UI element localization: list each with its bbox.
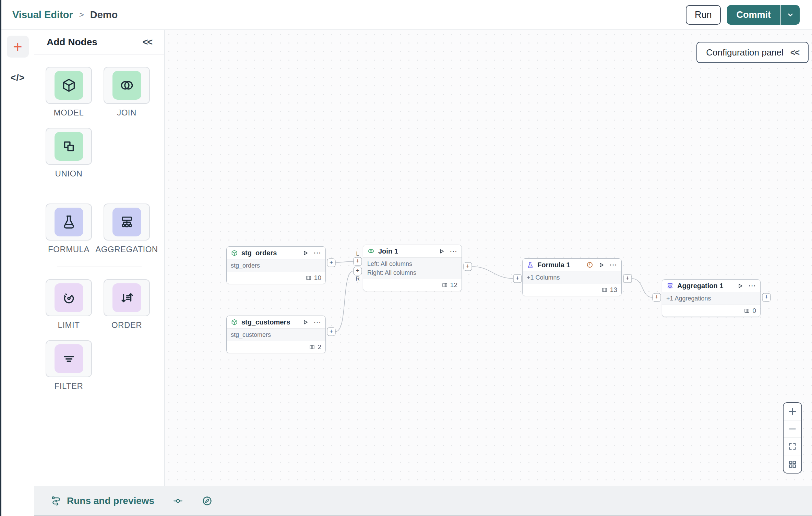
warning-icon bbox=[586, 261, 593, 268]
zoom-out-button[interactable] bbox=[784, 420, 801, 438]
join-left-config: Left: All columns bbox=[367, 259, 457, 268]
node-footer: 2 bbox=[227, 341, 325, 353]
limit-card[interactable] bbox=[46, 279, 92, 316]
palette-item-model: MODEL bbox=[46, 67, 92, 118]
breadcrumb-separator: > bbox=[79, 10, 84, 20]
runs-and-previews-tab[interactable]: Runs and previews bbox=[51, 495, 154, 506]
node-aggregation-1[interactable]: Aggregation 1 ⋯ +1 Aggregations 0 bbox=[662, 279, 761, 317]
left-rail: + </> bbox=[1, 30, 34, 516]
columns-icon bbox=[601, 287, 608, 293]
configuration-panel-label: Configuration panel bbox=[706, 47, 784, 58]
join-right-config: Right: All columns bbox=[367, 268, 457, 277]
port-formula-input[interactable]: + bbox=[513, 274, 522, 283]
port-aggregation-output[interactable]: + bbox=[762, 293, 771, 302]
commit-split-button: Commit bbox=[727, 5, 800, 25]
node-menu-icon[interactable]: ⋯ bbox=[313, 251, 321, 255]
port-label-left: L bbox=[356, 251, 359, 257]
node-stg-customers[interactable]: stg_customers ⋯ stg_customers 2 bbox=[226, 316, 326, 353]
union-squares-icon bbox=[55, 132, 83, 161]
play-icon[interactable] bbox=[438, 248, 445, 255]
code-view-button[interactable]: </> bbox=[10, 73, 25, 83]
panel-collapse-button[interactable]: << bbox=[142, 37, 152, 48]
palette-item-formula: FORMULA bbox=[46, 204, 92, 254]
node-menu-icon[interactable]: ⋯ bbox=[313, 320, 321, 324]
bottom-bar: Runs and previews bbox=[34, 486, 812, 516]
node-join-1[interactable]: Join 1 ⋯ Left: All columns Right: All co… bbox=[363, 245, 462, 291]
canvas-controls bbox=[783, 402, 802, 474]
node-formula-1[interactable]: Formula 1 ⋯ +1 Columns 13 bbox=[522, 258, 622, 296]
filter-lines-icon bbox=[55, 344, 83, 373]
commit-node-icon[interactable] bbox=[173, 496, 183, 506]
flask-icon bbox=[527, 261, 534, 269]
port-stg-customers-output[interactable]: + bbox=[327, 328, 336, 336]
model-cube-icon bbox=[231, 249, 238, 257]
port-stg-orders-output[interactable]: + bbox=[327, 259, 336, 267]
node-header[interactable]: Join 1 ⋯ bbox=[363, 245, 462, 257]
compass-icon[interactable] bbox=[202, 495, 213, 506]
plus-icon bbox=[787, 406, 798, 417]
play-icon[interactable] bbox=[302, 250, 309, 256]
node-title: Aggregation 1 bbox=[677, 282, 723, 290]
play-icon[interactable] bbox=[737, 283, 743, 289]
fit-view-button[interactable] bbox=[784, 438, 801, 455]
palette-label: ORDER bbox=[111, 320, 142, 330]
port-join-output[interactable]: + bbox=[464, 262, 472, 271]
port-formula-output[interactable]: + bbox=[623, 274, 632, 283]
commit-button[interactable]: Commit bbox=[727, 5, 781, 25]
node-header[interactable]: Formula 1 ⋯ bbox=[523, 259, 621, 271]
commit-caret-button[interactable] bbox=[780, 5, 800, 25]
cube-icon bbox=[55, 71, 83, 100]
run-button[interactable]: Run bbox=[686, 5, 721, 25]
pipeline-canvas[interactable]: Configuration panel << stg_orders ⋯ stg_… bbox=[165, 30, 812, 486]
play-icon[interactable] bbox=[302, 319, 309, 325]
aggregation-card[interactable] bbox=[104, 204, 150, 241]
node-menu-icon[interactable]: ⋯ bbox=[450, 249, 457, 253]
palette-label: LIMIT bbox=[58, 320, 80, 330]
chevron-down-icon bbox=[786, 10, 795, 19]
palette-item-filter: FILTER bbox=[46, 340, 92, 391]
node-menu-icon[interactable]: ⋯ bbox=[609, 263, 617, 267]
node-header[interactable]: stg_orders ⋯ bbox=[227, 247, 325, 259]
order-card[interactable] bbox=[104, 279, 150, 316]
node-menu-icon[interactable]: ⋯ bbox=[748, 284, 756, 287]
filter-card[interactable] bbox=[46, 340, 92, 377]
palette-label: FILTER bbox=[55, 381, 83, 391]
breadcrumb-current: Demo bbox=[90, 9, 118, 21]
node-title: stg_customers bbox=[241, 318, 290, 326]
breadcrumb-root-link[interactable]: Visual Editor bbox=[12, 9, 73, 21]
palette-label: AGGREGATION bbox=[95, 245, 158, 254]
node-title: Join 1 bbox=[378, 247, 398, 255]
model-cube-icon bbox=[231, 319, 238, 326]
play-icon[interactable] bbox=[598, 262, 605, 268]
node-body: +1 Columns bbox=[523, 271, 621, 284]
port-join-left-input[interactable]: + bbox=[354, 257, 362, 266]
columns-icon bbox=[744, 308, 750, 314]
port-label-right: R bbox=[356, 276, 360, 282]
node-body: +1 Aggregations bbox=[662, 292, 760, 305]
layout-grid-button[interactable] bbox=[784, 455, 801, 473]
port-aggregation-input[interactable]: + bbox=[653, 293, 661, 302]
node-title: stg_orders bbox=[241, 249, 277, 257]
formula-card[interactable] bbox=[46, 204, 92, 241]
node-footer: 0 bbox=[662, 305, 760, 317]
node-stg-orders[interactable]: stg_orders ⋯ stg_orders 10 bbox=[226, 246, 326, 284]
window-edge bbox=[0, 0, 1, 516]
fit-view-icon bbox=[788, 442, 797, 451]
node-header[interactable]: Aggregation 1 ⋯ bbox=[662, 280, 760, 292]
add-node-rail-button[interactable]: + bbox=[7, 36, 29, 58]
model-card[interactable] bbox=[46, 67, 92, 104]
join-card[interactable] bbox=[104, 67, 150, 104]
palette-item-limit: LIMIT bbox=[46, 279, 92, 330]
port-join-right-input[interactable]: + bbox=[354, 267, 362, 275]
palette-divider bbox=[57, 191, 142, 191]
add-nodes-panel: Add Nodes << MODEL JOIN bbox=[34, 30, 165, 486]
zoom-in-button[interactable] bbox=[784, 403, 801, 420]
palette-item-join: JOIN bbox=[104, 67, 150, 118]
breadcrumb: Visual Editor > Demo bbox=[12, 9, 118, 21]
palette-divider bbox=[57, 267, 142, 267]
union-card[interactable] bbox=[46, 128, 92, 165]
panel-title: Add Nodes bbox=[47, 37, 97, 48]
node-header[interactable]: stg_customers ⋯ bbox=[227, 316, 325, 328]
configuration-panel-button[interactable]: Configuration panel << bbox=[696, 42, 809, 63]
palette-label: UNION bbox=[55, 169, 83, 179]
